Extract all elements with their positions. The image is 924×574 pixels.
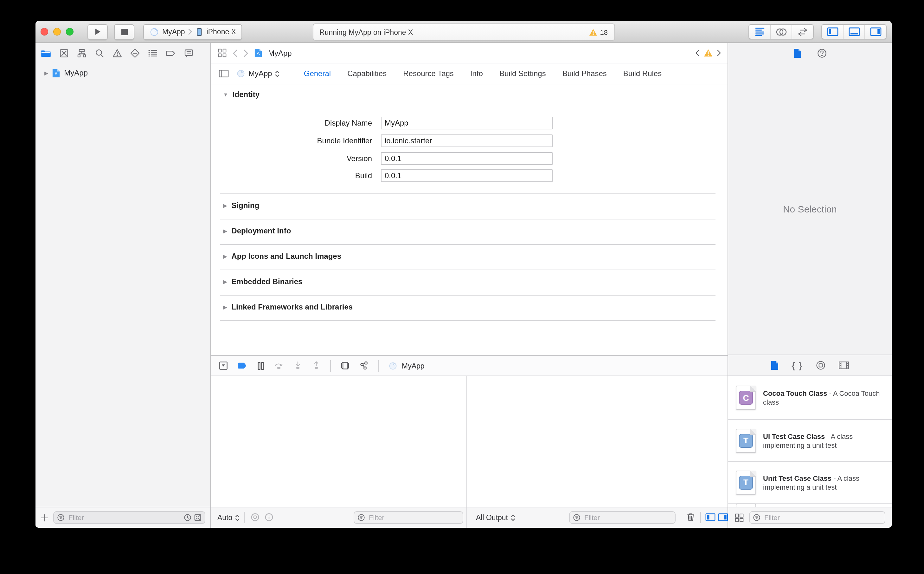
disclosure-triangle-icon[interactable]: ▶ — [44, 70, 48, 76]
linked-frameworks-section-header[interactable]: ▶ Linked Frameworks and Libraries — [223, 303, 353, 311]
build-input[interactable] — [381, 169, 553, 182]
toggle-inspector-button[interactable] — [864, 25, 886, 39]
media-library-icon[interactable] — [838, 361, 849, 370]
step-out-icon[interactable] — [312, 361, 321, 371]
library-item-cocoa-touch-class[interactable]: C Cocoa Touch Class - A Cocoa Touch clas… — [728, 376, 892, 420]
pause-icon[interactable] — [257, 361, 264, 370]
view-debugger-icon[interactable] — [340, 361, 350, 371]
variables-view[interactable] — [211, 376, 467, 507]
debug-navigator-icon[interactable] — [148, 48, 158, 58]
object-library-icon[interactable] — [816, 360, 826, 371]
deployment-info-section-header[interactable]: ▶ Deployment Info — [223, 226, 291, 235]
embedded-binaries-section-header[interactable]: ▶ Embedded Binaries — [223, 277, 302, 286]
disclosure-closed-icon[interactable]: ▶ — [223, 253, 227, 259]
console-view[interactable] — [467, 376, 728, 507]
disclosure-closed-icon[interactable]: ▶ — [223, 228, 227, 234]
identity-section-header[interactable]: ▼ Identity — [223, 90, 259, 99]
standard-editor-button[interactable] — [749, 25, 770, 39]
warning-cluster[interactable]: 18 — [589, 28, 608, 36]
tab-build-rules[interactable]: Build Rules — [623, 69, 662, 78]
disclosure-closed-icon[interactable]: ▶ — [223, 203, 227, 208]
app-icons-section-header[interactable]: ▶ App Icons and Launch Images — [223, 252, 341, 261]
disclosure-closed-icon[interactable]: ▶ — [223, 279, 227, 284]
close-window-button[interactable] — [41, 28, 48, 36]
issue-navigator-icon[interactable] — [112, 48, 122, 58]
find-navigator-icon[interactable] — [94, 48, 105, 58]
test-navigator-icon[interactable] — [130, 48, 140, 58]
signing-section-header[interactable]: ▶ Signing — [223, 201, 259, 210]
library-grid-view-icon[interactable] — [734, 513, 744, 522]
library-filter-field[interactable] — [749, 511, 885, 524]
tab-general[interactable]: General — [304, 69, 331, 78]
related-items-icon[interactable] — [217, 48, 227, 58]
toggle-debug-area-button[interactable] — [843, 25, 864, 39]
source-control-navigator-icon[interactable] — [59, 48, 69, 58]
variables-filter-field[interactable] — [354, 511, 463, 524]
debug-panel-icon — [848, 27, 860, 36]
code-snippet-library-icon[interactable]: { } — [792, 360, 803, 371]
forward-icon[interactable] — [244, 49, 248, 57]
svg-text:A: A — [55, 71, 58, 76]
toggle-variables-view-icon[interactable] — [706, 512, 715, 522]
toggle-navigator-button[interactable] — [822, 25, 843, 39]
stop-button[interactable] — [114, 24, 134, 39]
console-output-popup[interactable]: All Output — [476, 508, 515, 528]
disclosure-closed-icon[interactable]: ▶ — [223, 304, 227, 310]
tab-build-phases[interactable]: Build Phases — [563, 69, 607, 78]
warning-icon[interactable] — [704, 49, 713, 57]
version-editor-button[interactable] — [792, 25, 813, 39]
step-into-icon[interactable] — [294, 361, 302, 371]
debug-breadcrumb[interactable]: MyApp — [402, 362, 424, 369]
breakpoints-toggle-icon[interactable] — [238, 361, 248, 370]
navigator-filter-field[interactable] — [53, 511, 205, 524]
tree-item-myapp[interactable]: ▶ A MyApp — [36, 66, 211, 80]
file-inspector-icon[interactable] — [793, 48, 801, 58]
back-icon[interactable] — [233, 49, 238, 57]
library-item-unit-test-case-class[interactable]: T Unit Test Case Class - A class impleme… — [728, 462, 892, 504]
version-input[interactable] — [381, 152, 553, 165]
toggle-console-view-icon[interactable] — [718, 512, 728, 522]
library-item-ui-test-case-class[interactable]: T UI Test Case Class - A class implement… — [728, 420, 892, 462]
source-control-status-icon[interactable] — [194, 514, 201, 521]
report-navigator-icon[interactable] — [184, 48, 194, 58]
navigator-filter-input[interactable] — [67, 513, 181, 522]
console-filter-input[interactable] — [583, 513, 672, 522]
disclosure-open-icon[interactable]: ▼ — [223, 91, 228, 97]
run-button[interactable] — [88, 24, 108, 39]
symbol-navigator-icon[interactable] — [77, 48, 87, 58]
previous-issue-icon[interactable] — [695, 49, 700, 57]
memory-graph-icon[interactable] — [359, 361, 369, 371]
recent-files-clock-icon[interactable] — [184, 514, 192, 521]
clear-console-trash-icon[interactable] — [686, 512, 695, 522]
info-icon[interactable] — [264, 512, 274, 522]
scheme-selector[interactable]: MyApp iPhone X — [143, 24, 242, 39]
console-filter-field[interactable] — [569, 511, 676, 524]
variables-scope-popup[interactable]: Auto — [217, 508, 239, 528]
project-navigator-icon[interactable] — [41, 48, 51, 58]
library-filter-input[interactable] — [763, 513, 882, 522]
zoom-window-button[interactable] — [66, 28, 74, 36]
bundle-identifier-input[interactable] — [381, 134, 553, 147]
hide-document-outline-icon[interactable] — [218, 69, 229, 78]
tab-build-settings[interactable]: Build Settings — [500, 69, 546, 78]
display-name-input[interactable] — [381, 117, 553, 129]
tab-resource-tags[interactable]: Resource Tags — [403, 69, 454, 78]
minimize-window-button[interactable] — [53, 28, 61, 36]
assistant-editor-button[interactable] — [770, 25, 792, 39]
add-button[interactable] — [41, 513, 49, 522]
tab-info[interactable]: Info — [470, 69, 483, 78]
jump-bar-file[interactable]: MyApp — [268, 49, 292, 57]
warning-count: 18 — [600, 28, 608, 36]
xcode-window: MyApp iPhone X Running MyApp on iPhone X… — [36, 21, 892, 528]
target-selector[interactable]: MyApp — [236, 69, 280, 78]
variables-filter-input[interactable] — [368, 513, 459, 522]
show-only-interesting-values-icon[interactable] — [250, 512, 260, 522]
tab-capabilities[interactable]: Capabilities — [347, 69, 387, 78]
breakpoint-navigator-icon[interactable] — [165, 48, 176, 58]
step-over-icon[interactable] — [274, 361, 284, 371]
next-issue-icon[interactable] — [717, 49, 721, 57]
popup-chevrons-icon — [235, 514, 239, 521]
file-template-library-icon[interactable] — [771, 360, 779, 371]
quick-help-inspector-icon[interactable] — [817, 48, 827, 58]
hide-debug-area-icon[interactable] — [218, 361, 228, 371]
